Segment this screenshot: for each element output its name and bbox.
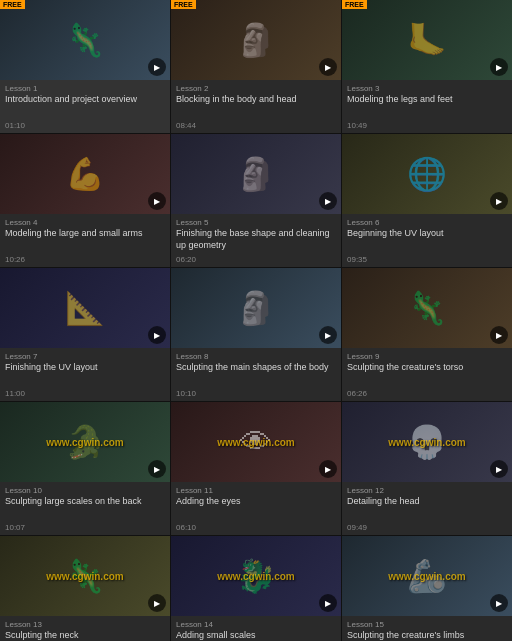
- lesson-thumbnail: 🦾www.cgwin.com▶: [342, 536, 512, 616]
- lesson-thumbnail: 🐉www.cgwin.com▶: [171, 536, 341, 616]
- lesson-info: Lesson 12Detailing the head09:49: [342, 482, 512, 535]
- lesson-number: Lesson 10: [5, 486, 165, 495]
- lesson-number: Lesson 1: [5, 84, 165, 93]
- lesson-item[interactable]: 🗿▶Lesson 5Finishing the base shape and c…: [171, 134, 341, 267]
- play-button[interactable]: ▶: [148, 594, 166, 612]
- lesson-item[interactable]: 🦎www.cgwin.com▶Lesson 13Sculpting the ne…: [0, 536, 170, 641]
- lesson-item[interactable]: 🗿FREE▶Lesson 2Blocking in the body and h…: [171, 0, 341, 133]
- lesson-thumbnail: 💪▶: [0, 134, 170, 214]
- lesson-number: Lesson 2: [176, 84, 336, 93]
- lesson-thumbnail: 📐▶: [0, 268, 170, 348]
- lesson-time: 10:10: [176, 389, 336, 398]
- play-button[interactable]: ▶: [319, 58, 337, 76]
- lesson-title: Adding small scales: [176, 630, 336, 641]
- lesson-item[interactable]: 🦎FREE▶Lesson 1Introduction and project o…: [0, 0, 170, 133]
- lesson-number: Lesson 12: [347, 486, 507, 495]
- lesson-info: Lesson 5Finishing the base shape and cle…: [171, 214, 341, 267]
- lesson-item[interactable]: 🦶FREE▶Lesson 3Modeling the legs and feet…: [342, 0, 512, 133]
- lesson-title: Finishing the UV layout: [5, 362, 165, 386]
- lesson-item[interactable]: 💪▶Lesson 4Modeling the large and small a…: [0, 134, 170, 267]
- lesson-info: Lesson 9Sculpting the creature's torso06…: [342, 348, 512, 401]
- free-badge: FREE: [171, 0, 196, 9]
- lesson-number: Lesson 6: [347, 218, 507, 227]
- lesson-number: Lesson 13: [5, 620, 165, 629]
- lesson-number: Lesson 15: [347, 620, 507, 629]
- lesson-title: Sculpting the main shapes of the body: [176, 362, 336, 386]
- lesson-number: Lesson 9: [347, 352, 507, 361]
- lesson-info: Lesson 13Sculpting the neck06:13: [0, 616, 170, 641]
- play-button[interactable]: ▶: [148, 192, 166, 210]
- play-button[interactable]: ▶: [490, 192, 508, 210]
- lesson-thumbnail: 👁www.cgwin.com▶: [171, 402, 341, 482]
- lesson-item[interactable]: 🐊www.cgwin.com▶Lesson 10Sculpting large …: [0, 402, 170, 535]
- lesson-info: Lesson 10Sculpting large scales on the b…: [0, 482, 170, 535]
- lesson-info: Lesson 4Modeling the large and small arm…: [0, 214, 170, 267]
- lesson-thumbnail: 🐊www.cgwin.com▶: [0, 402, 170, 482]
- lesson-title: Blocking in the body and head: [176, 94, 336, 118]
- lesson-number: Lesson 14: [176, 620, 336, 629]
- lesson-item[interactable]: 👁www.cgwin.com▶Lesson 11Adding the eyes0…: [171, 402, 341, 535]
- free-badge: FREE: [342, 0, 367, 9]
- lesson-info: Lesson 7Finishing the UV layout11:00: [0, 348, 170, 401]
- play-button[interactable]: ▶: [490, 594, 508, 612]
- lesson-thumbnail: 🗿▶: [171, 268, 341, 348]
- lesson-thumbnail: 🗿FREE▶: [171, 0, 341, 80]
- play-button[interactable]: ▶: [319, 192, 337, 210]
- lesson-thumbnail: 🗿▶: [171, 134, 341, 214]
- lesson-time: 06:10: [176, 523, 336, 532]
- lesson-item[interactable]: 🗿▶Lesson 8Sculpting the main shapes of t…: [171, 268, 341, 401]
- play-button[interactable]: ▶: [319, 326, 337, 344]
- lesson-info: Lesson 2Blocking in the body and head08:…: [171, 80, 341, 133]
- lesson-item[interactable]: 💀www.cgwin.com▶Lesson 12Detailing the he…: [342, 402, 512, 535]
- lesson-time: 11:00: [5, 389, 165, 398]
- lesson-time: 06:20: [176, 255, 336, 264]
- play-button[interactable]: ▶: [490, 326, 508, 344]
- play-button[interactable]: ▶: [148, 326, 166, 344]
- lesson-thumbnail: 🌐▶: [342, 134, 512, 214]
- lesson-number: Lesson 7: [5, 352, 165, 361]
- lesson-time: 06:26: [347, 389, 507, 398]
- lesson-number: Lesson 8: [176, 352, 336, 361]
- lesson-item[interactable]: 📐▶Lesson 7Finishing the UV layout11:00: [0, 268, 170, 401]
- lesson-item[interactable]: 🦎▶Lesson 9Sculpting the creature's torso…: [342, 268, 512, 401]
- lesson-title: Sculpting the creature's limbs: [347, 630, 507, 641]
- play-button[interactable]: ▶: [148, 460, 166, 478]
- lesson-number: Lesson 3: [347, 84, 507, 93]
- lesson-thumbnail: 🦎www.cgwin.com▶: [0, 536, 170, 616]
- play-button[interactable]: ▶: [490, 58, 508, 76]
- lesson-time: 10:49: [347, 121, 507, 130]
- lesson-title: Sculpting large scales on the back: [5, 496, 165, 520]
- lesson-thumbnail: 🦶FREE▶: [342, 0, 512, 80]
- play-button[interactable]: ▶: [148, 58, 166, 76]
- play-button[interactable]: ▶: [319, 594, 337, 612]
- lesson-thumbnail: 🦎FREE▶: [0, 0, 170, 80]
- lesson-title: Modeling the large and small arms: [5, 228, 165, 252]
- lesson-time: 01:10: [5, 121, 165, 130]
- lesson-title: Beginning the UV layout: [347, 228, 507, 252]
- lesson-time: 10:26: [5, 255, 165, 264]
- play-button[interactable]: ▶: [319, 460, 337, 478]
- lesson-info: Lesson 3Modeling the legs and feet10:49: [342, 80, 512, 133]
- lesson-info: Lesson 14Adding small scales08:39: [171, 616, 341, 641]
- lesson-title: Finishing the base shape and cleaning up…: [176, 228, 336, 252]
- lesson-time: 09:49: [347, 523, 507, 532]
- lesson-info: Lesson 15Sculpting the creature's limbs1…: [342, 616, 512, 641]
- lesson-item[interactable]: 🦾www.cgwin.com▶Lesson 15Sculpting the cr…: [342, 536, 512, 641]
- lesson-grid: 🦎FREE▶Lesson 1Introduction and project o…: [0, 0, 512, 641]
- lesson-thumbnail: 🦎▶: [342, 268, 512, 348]
- lesson-title: Detailing the head: [347, 496, 507, 520]
- free-badge: FREE: [0, 0, 25, 9]
- lesson-title: Adding the eyes: [176, 496, 336, 520]
- lesson-thumbnail: 💀www.cgwin.com▶: [342, 402, 512, 482]
- play-button[interactable]: ▶: [490, 460, 508, 478]
- lesson-info: Lesson 1Introduction and project overvie…: [0, 80, 170, 133]
- lesson-info: Lesson 8Sculpting the main shapes of the…: [171, 348, 341, 401]
- lesson-info: Lesson 6Beginning the UV layout09:35: [342, 214, 512, 267]
- lesson-number: Lesson 4: [5, 218, 165, 227]
- lesson-item[interactable]: 🌐▶Lesson 6Beginning the UV layout09:35: [342, 134, 512, 267]
- lesson-title: Sculpting the creature's torso: [347, 362, 507, 386]
- lesson-number: Lesson 5: [176, 218, 336, 227]
- lesson-title: Introduction and project overview: [5, 94, 165, 118]
- lesson-title: Sculpting the neck: [5, 630, 165, 641]
- lesson-item[interactable]: 🐉www.cgwin.com▶Lesson 14Adding small sca…: [171, 536, 341, 641]
